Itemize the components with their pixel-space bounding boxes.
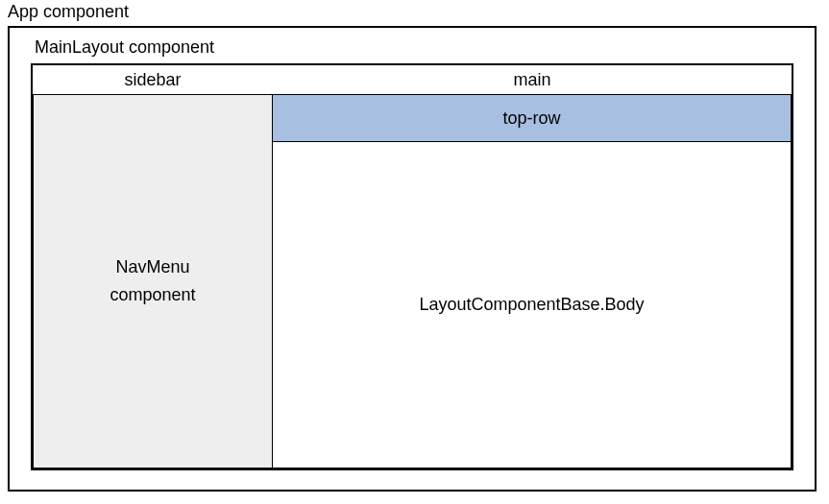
layout-body-label: LayoutComponentBase.Body [419,295,644,315]
main-header-label: main [273,65,792,94]
sidebar-navmenu-box: NavMenucomponent [33,94,273,468]
app-component-box: MainLayout component sidebar main NavMen… [8,26,817,492]
top-row-box: top-row [273,94,792,142]
sidebar-header-label: sidebar [33,65,273,94]
content-row: NavMenucomponent top-row LayoutComponent… [33,94,792,468]
app-component-label: App component [8,2,817,22]
navmenu-component-label: NavMenucomponent [110,253,195,309]
app-component: App component MainLayout component sideb… [8,2,817,492]
header-row: sidebar main [33,65,792,94]
main-column: top-row LayoutComponentBase.Body [273,94,792,468]
top-row-label: top-row [502,108,560,129]
mainlayout-component-box: sidebar main NavMenucomponent top-row La… [31,63,793,470]
mainlayout-component-label: MainLayout component [35,37,793,58]
layout-body-box: LayoutComponentBase.Body [273,142,792,468]
